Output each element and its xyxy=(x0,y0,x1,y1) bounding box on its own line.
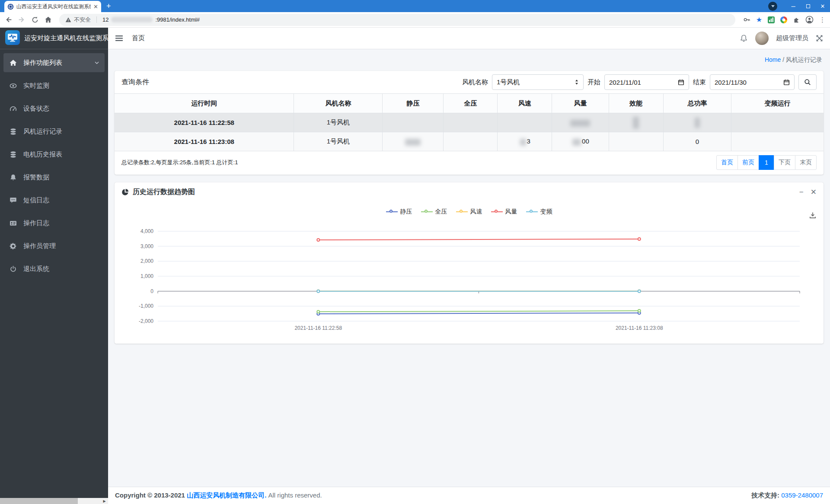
reload-icon[interactable] xyxy=(31,16,39,24)
legend-marker-icon xyxy=(421,210,433,214)
page-button[interactable]: 首页 xyxy=(716,155,738,170)
hamburger-menu-icon[interactable] xyxy=(115,35,123,41)
table-cell: 2021-11-16 11:23:08 xyxy=(115,132,294,151)
site-favicon xyxy=(7,3,14,10)
table-header-cell: 运行时间 xyxy=(115,94,294,113)
sidebar-item[interactable]: 实时监测 xyxy=(3,76,105,95)
sidebar-item[interactable]: 报警数据 xyxy=(3,168,105,187)
svg-text:1,000: 1,000 xyxy=(140,273,153,279)
calendar-icon[interactable] xyxy=(678,79,684,86)
browser-home-icon[interactable] xyxy=(44,16,52,24)
top-navbar: 首页 超级管理员 xyxy=(108,28,830,49)
chart-title: 历史运行数据趋势图 xyxy=(133,188,195,197)
address-bar[interactable]: 不安全 12 :9981/index.html# xyxy=(59,14,735,26)
window-maximize-button[interactable] xyxy=(801,0,815,12)
back-icon[interactable] xyxy=(4,16,13,24)
sidebar-item[interactable]: 短信日志 xyxy=(3,191,105,210)
fan-name-label: 风机名称 xyxy=(462,78,488,86)
collapse-icon[interactable]: − xyxy=(799,188,804,197)
footer: Copyright © 2013-2021 山西运安风机制造有限公司. All … xyxy=(108,487,830,504)
page-button[interactable]: 末页 xyxy=(795,155,817,170)
fan-name-value: 1号风机 xyxy=(497,78,520,86)
table-row[interactable]: 2021-11-16 11:23:081号风机3000 xyxy=(115,132,824,151)
sidebar-item[interactable]: 操作功能列表 xyxy=(3,53,105,72)
footer-company-link[interactable]: 山西运安风机制造有限公司. xyxy=(187,491,266,499)
scrollbar-arrow-icon[interactable]: ▶ xyxy=(101,498,108,504)
legend-item[interactable]: 风量 xyxy=(491,208,517,216)
sidebar-item-label: 退出系统 xyxy=(23,265,49,273)
profile-icon[interactable] xyxy=(805,16,814,24)
database-icon xyxy=(8,128,18,135)
extension-icon-1[interactable] xyxy=(768,16,775,23)
redacted-value-blob xyxy=(633,117,639,129)
sidebar-item[interactable]: 退出系统 xyxy=(3,259,105,278)
browser-tab[interactable]: 山西运安主通风实时在线监测系统 ✕ xyxy=(4,1,101,12)
scrollbar-thumb[interactable] xyxy=(0,498,78,504)
table-cell xyxy=(663,113,731,132)
legend-label: 风速 xyxy=(470,208,482,216)
sidebar-item[interactable]: 操作日志 xyxy=(3,214,105,233)
tab-search-icon[interactable] xyxy=(768,2,777,11)
chevron-down-icon xyxy=(94,60,100,66)
trend-chart[interactable]: -2,000-1,00001,0002,0003,0004,0002021-11… xyxy=(119,201,819,341)
end-date-input[interactable]: 2021/11/30 xyxy=(710,74,795,90)
security-label[interactable]: 不安全 xyxy=(74,16,91,24)
table-cell xyxy=(731,132,824,151)
browser-menu-icon[interactable]: ⋮ xyxy=(819,16,826,24)
bookmark-star-icon[interactable]: ★ xyxy=(756,16,762,24)
comment-icon xyxy=(8,197,18,204)
new-tab-button[interactable]: + xyxy=(106,2,111,10)
sidebar-item[interactable]: 风机运行记录 xyxy=(3,122,105,141)
url-suffix: :9981/index.html# xyxy=(155,16,200,23)
tab-close-icon[interactable]: ✕ xyxy=(93,3,98,10)
table-row[interactable]: 2021-11-16 11:22:581号风机 xyxy=(115,113,824,132)
table-header-cell: 风机名称 xyxy=(294,94,383,113)
fan-name-select[interactable]: 1号风机 xyxy=(492,74,584,90)
extension-icon-2[interactable] xyxy=(780,16,787,23)
chart-card: 历史运行数据趋势图 − ✕ 静压全压风速风量变频 -2,000-1,00001,… xyxy=(115,182,824,344)
navbar-home-link[interactable]: 首页 xyxy=(132,34,145,42)
page-button[interactable]: 1 xyxy=(759,155,774,170)
page-button[interactable]: 前页 xyxy=(737,155,759,170)
legend-item[interactable]: 变频 xyxy=(526,208,552,216)
gauge-icon xyxy=(8,105,18,112)
select-arrows-icon xyxy=(575,79,579,86)
page-button[interactable]: 下页 xyxy=(774,155,795,170)
sidebar-item[interactable]: 设备状态 xyxy=(3,99,105,118)
extensions-puzzle-icon[interactable] xyxy=(793,16,800,23)
brand[interactable]: 运安对旋主通风机在线监测系统 xyxy=(0,28,108,49)
breadcrumb-home-link[interactable]: Home xyxy=(765,56,781,63)
username-label: 超级管理员 xyxy=(776,34,808,42)
legend-item[interactable]: 静压 xyxy=(386,208,412,216)
start-date-input[interactable]: 2021/11/01 xyxy=(604,74,689,90)
legend-item[interactable]: 全压 xyxy=(421,208,447,216)
table-header-cell: 静压 xyxy=(383,94,444,113)
sidebar-item[interactable]: 电机历史报表 xyxy=(3,145,105,164)
calendar-icon[interactable] xyxy=(783,79,790,86)
fullscreen-icon[interactable] xyxy=(816,35,823,42)
download-icon[interactable] xyxy=(809,211,817,221)
password-key-icon[interactable] xyxy=(743,16,750,23)
window-minimize-button[interactable]: ─ xyxy=(786,0,801,12)
user-avatar[interactable] xyxy=(755,32,769,45)
sidebar-item-label: 风机运行记录 xyxy=(23,128,62,136)
sidebar-item-label: 操作员管理 xyxy=(23,242,56,250)
support-label: 技术支持: xyxy=(751,491,779,499)
search-button[interactable] xyxy=(798,74,817,90)
legend-label: 静压 xyxy=(400,208,412,216)
tab-title: 山西运安主通风实时在线监测系统 xyxy=(16,3,91,10)
redacted-value-blob xyxy=(572,139,581,146)
sidebar-item[interactable]: 操作员管理 xyxy=(3,236,105,255)
legend-item[interactable]: 风速 xyxy=(456,208,482,216)
window-close-button[interactable]: ✕ xyxy=(815,0,830,12)
notifications-bell-icon[interactable] xyxy=(740,34,748,42)
pagination: 首页前页1下页末页 xyxy=(716,155,817,170)
sidebar-scrollbar[interactable]: ▶ xyxy=(0,498,108,504)
chart-legend: 静压全压风速风量变频 xyxy=(115,208,824,216)
forward-icon[interactable] xyxy=(18,16,26,24)
breadcrumb-separator: / xyxy=(782,56,784,63)
close-icon[interactable]: ✕ xyxy=(811,188,817,197)
not-secure-warning-icon[interactable] xyxy=(65,17,71,23)
url-prefix: 12 xyxy=(102,16,109,23)
svg-text:-2,000: -2,000 xyxy=(139,318,153,324)
